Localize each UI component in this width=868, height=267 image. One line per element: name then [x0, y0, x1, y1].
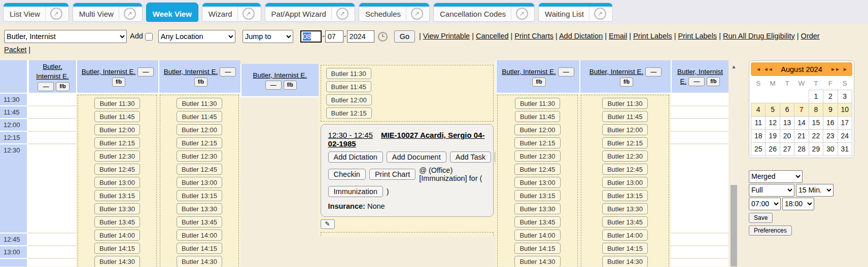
calendar-day[interactable]: 9: [823, 103, 838, 116]
calendar-day[interactable]: 18: [751, 129, 766, 142]
slot-button[interactable]: Butler 11:30: [602, 98, 647, 109]
calendar-day[interactable]: 26: [766, 142, 780, 156]
slot-button[interactable]: Butler 12:00: [514, 124, 560, 135]
calendar-day[interactable]: 13: [780, 116, 794, 129]
link-run-all-drug-eligibility[interactable]: Run All Drug Eligibility: [723, 32, 795, 40]
slot-button[interactable]: Butler 11:30: [177, 98, 222, 109]
slot-button[interactable]: Butler 11:45: [94, 111, 140, 122]
slot-button[interactable]: Butler 11:45: [177, 111, 222, 122]
fb-toggle-button[interactable]: f/b: [56, 82, 69, 91]
calendar-day[interactable]: 27: [780, 142, 794, 156]
calendar-day[interactable]: 28: [794, 142, 809, 156]
schedule-cell[interactable]: [28, 94, 76, 106]
slot-button[interactable]: Butler 14:15: [177, 243, 222, 254]
fb-toggle-button[interactable]: f/b: [707, 77, 720, 86]
slot-button[interactable]: Butler 12:30: [177, 150, 222, 162]
schedule-cell[interactable]: [671, 144, 728, 234]
open-in-new-window-icon[interactable]: ↗: [242, 8, 255, 20]
slot-button[interactable]: Butler 12:15: [602, 137, 648, 148]
slot-button[interactable]: Butler 13:00: [94, 177, 140, 188]
link-cancelled[interactable]: Cancelled: [476, 32, 509, 40]
calendar-prev-month-icon[interactable]: ◄◄: [762, 66, 774, 72]
slot-button[interactable]: Butler 13:15: [602, 190, 648, 201]
slot-button[interactable]: Butler 12:15: [514, 137, 560, 148]
schedule-cell[interactable]: [671, 119, 728, 132]
slot-button[interactable]: Butler 13:15: [94, 190, 140, 201]
slot-button[interactable]: Butler 14:00: [94, 230, 140, 241]
slot-button[interactable]: Butler 13:00: [514, 177, 560, 188]
tab-schedules[interactable]: Schedules↗: [359, 3, 430, 22]
slot-button[interactable]: Butler 14:00: [602, 230, 648, 241]
slot-button[interactable]: Butler 11:45: [602, 111, 647, 122]
slot-button[interactable]: Butler 13:15: [177, 190, 222, 201]
fb-toggle-button[interactable]: f/b: [112, 78, 125, 87]
size-select[interactable]: Full: [749, 184, 794, 197]
open-in-new-window-icon[interactable]: ↗: [411, 8, 423, 20]
collapse-column-button[interactable]: —: [265, 81, 282, 90]
slot-button[interactable]: Butler 14:30: [602, 256, 648, 266]
collapse-column-button[interactable]: —: [645, 67, 662, 77]
slot-button[interactable]: Butler 14:00: [177, 230, 222, 241]
end-time-select[interactable]: 18:00: [782, 198, 814, 210]
slot-button[interactable]: Butler 11:30: [326, 68, 371, 79]
save-button[interactable]: Save: [749, 213, 773, 223]
slot-button[interactable]: Butler 13:45: [94, 216, 140, 227]
slot-button[interactable]: Butler 12:30: [602, 150, 648, 162]
vertical-scrollbar[interactable]: ▲: [730, 60, 738, 266]
slot-button[interactable]: Butler 14:30: [514, 256, 560, 266]
schedule-cell[interactable]: [671, 259, 728, 266]
slot-button[interactable]: Butler 14:00: [514, 230, 560, 241]
collapse-column-button[interactable]: —: [38, 82, 54, 91]
calendar-day[interactable]: 14: [794, 116, 809, 129]
provider-link[interactable]: Butler, Internist E.: [82, 68, 136, 75]
slot-button[interactable]: Butler 14:30: [94, 256, 140, 266]
slot-button[interactable]: Butler 13:00: [177, 177, 222, 188]
start-time-select[interactable]: 07:00: [749, 198, 781, 210]
slot-button[interactable]: Butler 11:45: [515, 111, 560, 122]
tab-list-view[interactable]: List View↗: [3, 3, 69, 22]
slot-button[interactable]: Butler 12:45: [602, 164, 648, 175]
slot-button[interactable]: Butler 12:15: [326, 107, 372, 119]
calendar-day[interactable]: 8: [809, 103, 823, 116]
fb-toggle-button[interactable]: f/b: [620, 78, 633, 87]
slot-button[interactable]: Butler 13:30: [602, 203, 648, 214]
edit-appointment-icon[interactable]: ✎: [321, 219, 335, 229]
fb-toggle-button[interactable]: f/b: [532, 78, 545, 87]
schedule-cell[interactable]: [28, 119, 76, 132]
calendar-day[interactable]: 12: [766, 116, 780, 129]
link-email[interactable]: Email: [609, 32, 627, 40]
provider-link[interactable]: Butler, Internist E.: [164, 68, 218, 75]
scroll-up-arrow-icon[interactable]: ▲: [730, 64, 738, 69]
add-task-button[interactable]: Add Task: [450, 151, 491, 163]
schedule-cell[interactable]: [671, 234, 728, 246]
schedule-cell[interactable]: [671, 94, 728, 106]
scrollbar-thumb[interactable]: [731, 185, 737, 266]
add-document-button[interactable]: Add Document: [387, 151, 446, 163]
slot-button[interactable]: Butler 14:30: [177, 256, 222, 266]
calendar-day[interactable]: 1: [809, 90, 823, 103]
tab-multi-view[interactable]: Multi View↗: [73, 3, 143, 22]
slot-button[interactable]: Butler 11:45: [326, 81, 371, 92]
tab-pat-appt-wizard[interactable]: Pat/Appt Wizard↗: [265, 3, 355, 22]
slot-button[interactable]: Butler 12:15: [177, 137, 222, 148]
calendar-next-year-icon[interactable]: ►: [841, 66, 849, 72]
date-year-input[interactable]: 2024: [347, 30, 374, 43]
slot-button[interactable]: Butler 11:30: [515, 98, 560, 109]
appointment-time-link[interactable]: 12:30 - 12:45: [328, 131, 373, 139]
preferences-button[interactable]: Preferences: [749, 225, 792, 236]
slot-button[interactable]: Butler 13:30: [94, 203, 140, 214]
clock-icon[interactable]: [378, 32, 388, 42]
provider-link[interactable]: Butler, Internist E.: [589, 68, 644, 75]
slot-button[interactable]: Butler 12:45: [177, 164, 222, 175]
jump-to-select[interactable]: Jump to: [242, 30, 293, 43]
calendar-day[interactable]: 4: [751, 103, 766, 116]
calendar-day[interactable]: 25: [751, 142, 766, 156]
schedule-cell[interactable]: [28, 132, 76, 144]
open-in-new-window-icon[interactable]: ↗: [336, 8, 349, 20]
slot-button[interactable]: Butler 13:45: [177, 216, 222, 227]
schedule-cell[interactable]: [671, 132, 728, 144]
provider-link[interactable]: Butler, Internist E.: [502, 68, 556, 75]
calendar-day[interactable]: 15: [809, 116, 823, 129]
tab-cancellation-codes[interactable]: Cancellation Codes↗: [433, 3, 535, 22]
provider-select[interactable]: Butler, Internist: [4, 30, 127, 43]
